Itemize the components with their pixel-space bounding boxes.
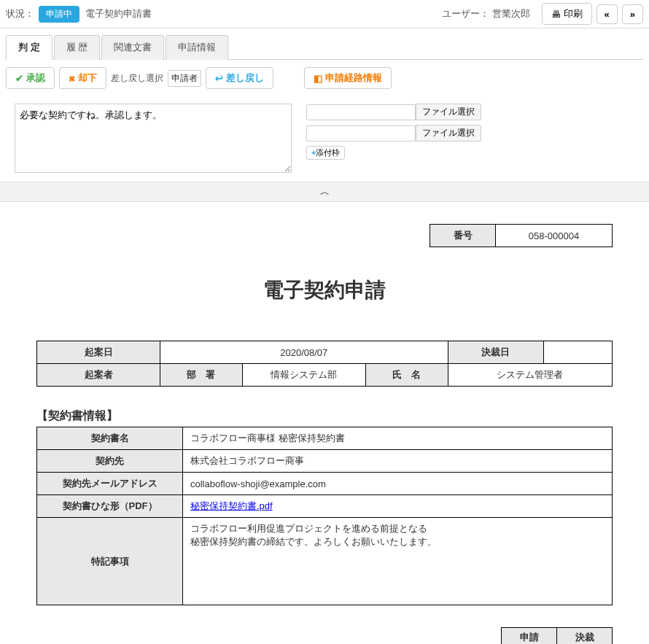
file-input-2[interactable] (306, 125, 416, 141)
contract-party-label: 契約先 (37, 450, 183, 473)
name-value: システム管理者 (448, 364, 612, 387)
prev-icon (605, 9, 610, 20)
draft-date-value: 2020/08/07 (160, 341, 448, 364)
file-row-2: ファイル選択 (306, 125, 481, 141)
file-input-1[interactable] (306, 104, 416, 120)
prev-button[interactable] (596, 4, 618, 24)
contract-email-value: collaboflow-shoji@example.com (183, 473, 613, 495)
document-heading: 電子契約申請 (36, 276, 613, 304)
department-value: 情報システム部 (242, 364, 365, 387)
user-label: ユーザー： 営業次郎 (442, 7, 530, 20)
print-icon (551, 9, 561, 20)
doc-number-table: 番号 058-000004 (430, 224, 613, 247)
approve-button[interactable]: 承認 (6, 67, 55, 89)
contract-notes-value: コラボフロー利用促進プロジェクトを進める前提となる 秘密保持契約書の締結です。よ… (183, 518, 613, 605)
file-select-button-2[interactable]: ファイル選択 (416, 125, 481, 141)
chevron-up-icon (320, 186, 330, 197)
status-badge: 申請中 (39, 6, 79, 23)
name-label: 氏 名 (365, 364, 448, 387)
document-body: 番号 058-000004 電子契約申請 起案日 2020/08/07 決裁日 … (0, 202, 649, 644)
remand-icon (215, 73, 223, 84)
action-panel: ファイル選択 ファイル選択 添付枠 (6, 95, 643, 182)
action-buttons-row: 承認 却下 差し戻し選択 申請者 差し戻し 申請経路情報 (6, 60, 643, 89)
remand-select[interactable]: 申請者 (168, 70, 201, 87)
status-label: 状況： (6, 7, 34, 20)
header-bar: 状況： 申請中 電子契約申請書 ユーザー： 営業次郎 印刷 (0, 0, 649, 28)
doc-number-label: 番号 (430, 225, 496, 247)
next-icon (630, 9, 635, 20)
approval-date-label: 決裁日 (448, 341, 544, 364)
reject-button[interactable]: 却下 (59, 67, 106, 89)
contract-section-title: 【契約書情報】 (36, 408, 613, 424)
file-section: ファイル選択 ファイル選択 添付枠 (306, 104, 481, 160)
stamp-table: 申請 決裁 20.08.07 システム (501, 627, 613, 644)
stamp-approve-label: 決裁 (557, 628, 613, 645)
draft-date-label: 起案日 (37, 341, 160, 364)
remand-select-label: 差し戻し選択 (111, 72, 163, 85)
doc-title: 電子契約申請書 (85, 7, 152, 20)
route-icon (314, 73, 322, 84)
contract-notes-label: 特記事項 (37, 518, 183, 605)
comment-textarea[interactable] (15, 104, 292, 173)
x-icon (69, 73, 75, 84)
tabs: 判 定 履 歴 関連文書 申請情報 (6, 34, 643, 60)
contract-info-table: 契約書名 コラボフロー商事様 秘密保持契約書 契約先 株式会社コラボフロー商事 … (36, 427, 613, 605)
contract-name-value: コラボフロー商事様 秘密保持契約書 (183, 427, 613, 450)
contract-template-link[interactable]: 秘密保持契約書.pdf (190, 500, 273, 511)
add-attachment-button[interactable]: 添付枠 (306, 146, 345, 160)
contract-template-value: 秘密保持契約書.pdf (183, 495, 613, 518)
stamp-apply-label: 申請 (502, 628, 557, 645)
tabs-container: 判 定 履 歴 関連文書 申請情報 承認 却下 差し戻し選択 申請者 差し戻し … (0, 28, 649, 182)
collapse-bar[interactable] (0, 182, 649, 202)
department-label: 部 署 (160, 364, 243, 387)
file-row-1: ファイル選択 (306, 104, 481, 120)
remand-button[interactable]: 差し戻し (206, 67, 273, 89)
approval-date-value (544, 341, 613, 364)
tab-info[interactable]: 申請情報 (166, 35, 228, 60)
file-select-button-1[interactable]: ファイル選択 (416, 104, 481, 120)
doc-number-value: 058-000004 (496, 225, 613, 247)
contract-template-label: 契約書ひな形（PDF） (37, 495, 183, 518)
contract-email-label: 契約先メールアドレス (37, 473, 183, 495)
route-info-button[interactable]: 申請経路情報 (304, 67, 392, 89)
drafter-label: 起案者 (37, 364, 160, 387)
contract-name-label: 契約書名 (37, 427, 183, 450)
tab-related[interactable]: 関連文書 (101, 35, 164, 60)
check-icon (15, 73, 23, 84)
tab-history[interactable]: 履 歴 (54, 35, 101, 60)
contract-party-value: 株式会社コラボフロー商事 (183, 450, 613, 473)
next-button[interactable] (622, 4, 643, 24)
drafter-info-table: 起案日 2020/08/07 決裁日 起案者 部 署 情報システム部 氏 名 シ… (36, 341, 613, 387)
print-button[interactable]: 印刷 (542, 3, 592, 25)
tab-judgment[interactable]: 判 定 (6, 35, 53, 60)
